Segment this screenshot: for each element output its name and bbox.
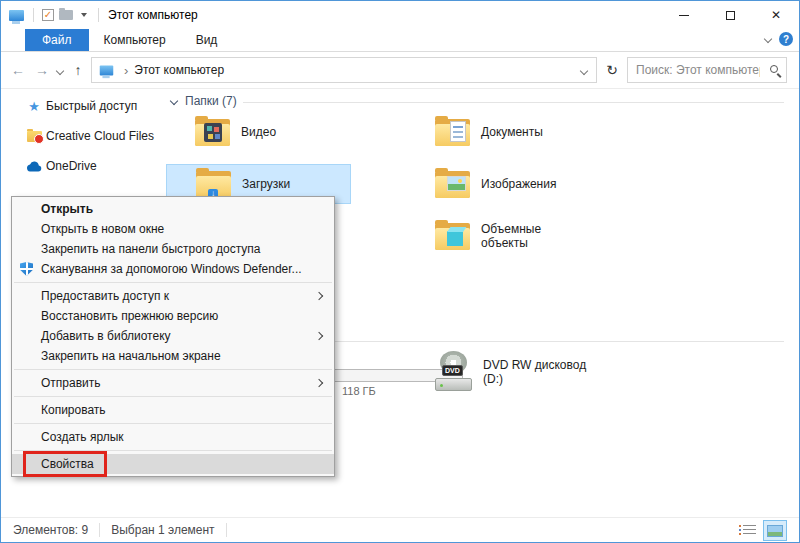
menu-item-create-shortcut[interactable]: Создать ярлык	[12, 427, 334, 447]
sidebar-item-label: Быстрый доступ	[46, 99, 137, 113]
menu-item-open-new-window[interactable]: Открыть в новом окне	[12, 219, 334, 239]
explorer-window: ✓ Этот компьютер ✕ Файл Компьютер Вид ? …	[0, 0, 800, 543]
breadcrumb-chevron-icon: ›	[124, 63, 128, 78]
submenu-arrow-icon	[315, 379, 323, 387]
menu-item-pin-start[interactable]: Закрепить на начальном экране	[12, 346, 334, 366]
tab-computer[interactable]: Компьютер	[89, 29, 181, 51]
submenu-arrow-icon	[315, 332, 323, 340]
search-icon	[770, 65, 778, 73]
address-bar[interactable]: › Этот компьютер	[91, 57, 597, 83]
group-header-line	[243, 102, 784, 103]
group-label: Папки (7)	[185, 94, 237, 108]
large-icons-view-button[interactable]	[763, 520, 787, 541]
sidebar-item-label: OneDrive	[46, 159, 97, 173]
breadcrumb[interactable]: Этот компьютер	[134, 63, 224, 77]
back-button[interactable]: ←	[9, 57, 27, 83]
refresh-button[interactable]: ↻	[601, 57, 623, 83]
video-folder-icon	[194, 115, 232, 149]
collapse-group-icon[interactable]	[170, 97, 178, 105]
address-dropdown-icon[interactable]	[580, 67, 588, 75]
minimize-button[interactable]	[661, 1, 707, 29]
dvd-drive-icon: DVD	[434, 350, 474, 394]
titlebar-separator	[98, 8, 99, 22]
3d-objects-folder-icon	[434, 219, 472, 253]
search-input[interactable]	[634, 59, 762, 81]
sidebar-item-onedrive[interactable]: OneDrive	[1, 154, 166, 178]
qat-new-folder-button[interactable]	[57, 5, 75, 25]
maximize-button[interactable]	[707, 1, 753, 29]
tile-video[interactable]: Видео	[166, 112, 351, 152]
menu-item-open[interactable]: Открыть	[12, 199, 334, 219]
caret-down-icon	[81, 13, 87, 17]
expand-ribbon-icon[interactable]	[764, 35, 772, 43]
menu-item-add-to-library[interactable]: Добавить в библиотеку	[12, 326, 334, 346]
menu-item-copy[interactable]: Копировать	[12, 400, 334, 420]
menu-item-properties[interactable]: Свойства	[12, 454, 334, 474]
menu-separator	[14, 396, 332, 397]
tab-file[interactable]: Файл	[25, 29, 89, 51]
sidebar-item-quick-access[interactable]: ★ Быстрый доступ	[1, 94, 166, 118]
creative-cloud-folder-icon	[25, 131, 43, 142]
menu-separator	[14, 369, 332, 370]
search-box	[627, 57, 787, 83]
this-pc-icon	[100, 65, 114, 75]
menu-separator	[14, 282, 332, 283]
status-separator	[99, 523, 100, 537]
annotation-highlight	[23, 451, 107, 477]
sidebar-item-creative-cloud[interactable]: Creative Cloud Files	[1, 124, 166, 148]
star-icon: ★	[25, 99, 43, 114]
tile-dvd-drive[interactable]: DVD DVD RW дисковод (D:)	[406, 349, 591, 395]
windows-defender-shield-icon	[20, 262, 33, 276]
menu-item-pin-quick-access[interactable]: Закрепить на панели быстрого доступа	[12, 239, 334, 259]
menu-separator	[14, 423, 332, 424]
checkbox-icon: ✓	[42, 9, 54, 21]
maximize-icon	[726, 11, 735, 20]
tab-view[interactable]: Вид	[181, 29, 233, 51]
menu-item-send-to[interactable]: Отправить	[12, 373, 334, 393]
status-bar: Элементов: 9 Выбран 1 элемент	[1, 517, 799, 542]
details-view-button[interactable]	[737, 520, 761, 541]
help-icon[interactable]: ?	[779, 32, 793, 46]
folder-icon	[59, 10, 73, 20]
items-count: Элементов: 9	[13, 523, 88, 537]
qat-customize-button[interactable]	[75, 5, 93, 25]
documents-folder-icon	[434, 115, 472, 149]
disk-size-label: 118 ГБ	[342, 385, 376, 397]
up-button[interactable]: ↑	[69, 57, 87, 83]
close-icon: ✕	[771, 9, 781, 21]
title-bar: ✓ Этот компьютер ✕	[1, 1, 799, 29]
forward-button[interactable]: →	[33, 57, 51, 83]
thumbnails-view-icon	[767, 525, 783, 537]
qat-properties-button[interactable]: ✓	[39, 5, 57, 25]
tile-documents[interactable]: Документы	[406, 112, 591, 152]
titlebar-separator	[33, 8, 34, 22]
selection-status[interactable]: Выбран 1 элемент	[111, 523, 214, 537]
minimize-icon	[679, 15, 689, 16]
sidebar-item-label: Creative Cloud Files	[46, 129, 154, 143]
context-menu: Открыть Открыть в новом окне Закрепить н…	[11, 196, 335, 477]
tile-3d-objects[interactable]: Объемные объекты	[406, 216, 591, 256]
details-view-icon	[743, 525, 756, 536]
tile-pictures[interactable]: Изображения	[406, 164, 591, 204]
folders-group-header[interactable]: Папки (7)	[171, 94, 237, 108]
status-separator	[226, 523, 227, 537]
pictures-folder-icon	[434, 167, 472, 201]
close-button[interactable]: ✕	[753, 1, 799, 29]
menu-item-defender-scan[interactable]: Сканування за допомогою Windows Defender…	[12, 259, 334, 279]
onedrive-cloud-icon	[25, 161, 43, 172]
menu-item-restore-previous[interactable]: Восстановить прежнюю версию	[12, 306, 334, 326]
window-title: Этот компьютер	[108, 8, 198, 22]
ribbon-tabs: Файл Компьютер Вид	[1, 29, 799, 52]
submenu-arrow-icon	[315, 292, 323, 300]
menu-item-give-access[interactable]: Предоставить доступ к	[12, 286, 334, 306]
this-pc-icon	[9, 10, 24, 21]
